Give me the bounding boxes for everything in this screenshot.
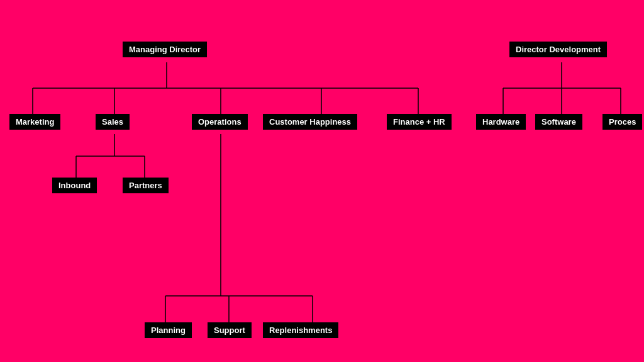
hardware-node: Hardware: [476, 114, 526, 130]
director-development-node: Director Development: [509, 42, 607, 57]
sales-node: Sales: [96, 114, 130, 130]
customer-happiness-node: Customer Happiness: [263, 114, 357, 130]
replenishments-node: Replenishments: [263, 322, 338, 338]
marketing-node: Marketing: [9, 114, 60, 130]
finance-hr-node: Finance + HR: [387, 114, 452, 130]
partners-node: Partners: [123, 178, 169, 193]
operations-node: Operations: [192, 114, 248, 130]
planning-node: Planning: [145, 322, 192, 338]
proces-node: Proces: [602, 114, 642, 130]
software-node: Software: [535, 114, 582, 130]
inbound-node: Inbound: [52, 178, 97, 193]
support-node: Support: [208, 322, 252, 338]
managing-director-node: Managing Director: [123, 42, 207, 57]
org-chart: Managing Director Director Development M…: [0, 0, 644, 362]
